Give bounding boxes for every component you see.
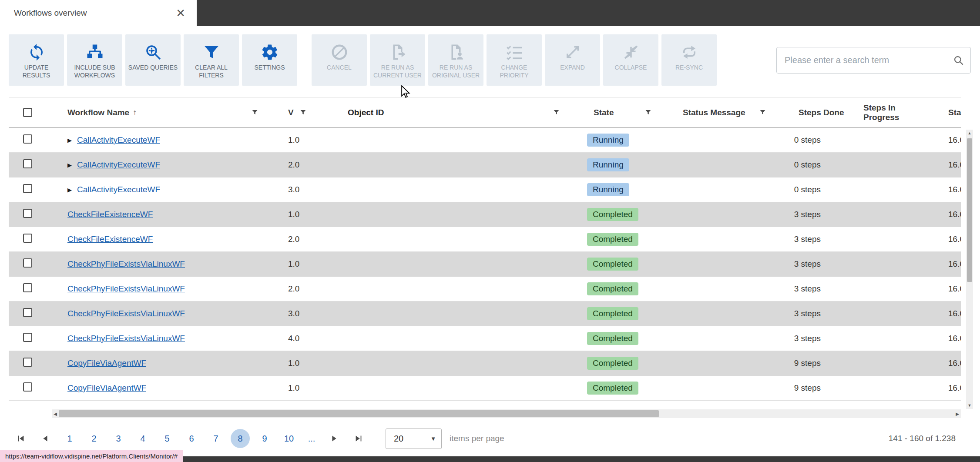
expand-row-icon[interactable]: ▶	[67, 137, 77, 144]
state-cell: Completed	[581, 332, 672, 345]
row-checkbox[interactable]	[23, 159, 32, 168]
column-header-steps-done[interactable]: Steps Done	[779, 108, 849, 117]
status-message-filter-icon[interactable]	[758, 108, 767, 117]
row-checkbox[interactable]	[23, 234, 32, 243]
start-cell: 16.02	[929, 160, 961, 170]
workflow-link[interactable]: CallActivityExecuteWF	[77, 160, 160, 170]
start-cell: 16.02	[929, 334, 961, 343]
workflow-link[interactable]: CheckPhyFileExistsViaLinuxWF	[67, 334, 185, 343]
table-row: ▶ CallActivityExecuteWF 2.0 Running 0 st…	[9, 153, 961, 177]
row-checkbox[interactable]	[23, 308, 32, 317]
toolbar-button-settings[interactable]: SETTINGS	[242, 34, 297, 86]
sort-asc-icon[interactable]: ↑	[133, 108, 137, 117]
workflow-link[interactable]: CheckPhyFileExistsViaLinuxWF	[67, 259, 185, 269]
vertical-scrollbar[interactable]: ▲ ▼	[966, 130, 973, 409]
table-row: ▶ CopyFileViaAgentWF 1.0 Completed 9 ste…	[9, 376, 961, 401]
first-page-button[interactable]	[12, 430, 30, 447]
toolbar-button-include-sub-workflows[interactable]: INCLUDE SUB WORKFLOWS	[67, 34, 122, 86]
page-button-7[interactable]: 7	[206, 429, 225, 448]
state-cell: Completed	[581, 382, 672, 395]
row-checkbox[interactable]	[23, 333, 32, 342]
steps-done-cell: 3 steps	[779, 284, 849, 294]
state-badge: Completed	[587, 282, 638, 295]
expand-row-icon[interactable]: ▶	[67, 187, 77, 193]
scroll-down-icon[interactable]: ▼	[966, 402, 973, 409]
steps-done-cell: 9 steps	[779, 358, 849, 368]
page-button-5[interactable]: 5	[158, 429, 177, 448]
previous-page-button[interactable]	[37, 430, 54, 447]
toolbar-button-label: RE RUN AS ORIGINAL USER	[428, 64, 483, 79]
workflow-link[interactable]: CheckFileExistenceWF	[67, 210, 153, 219]
column-header-workflow-name[interactable]: Workflow Name	[67, 108, 129, 117]
page-size-dropdown[interactable]: 20 ▼	[386, 429, 442, 449]
next-page-button[interactable]	[326, 430, 343, 447]
workflow-link[interactable]: CopyFileViaAgentWF	[67, 358, 146, 368]
horizontal-scrollbar[interactable]: ◀ ▶	[52, 409, 961, 418]
workflow-name-filter-icon[interactable]	[251, 108, 259, 117]
row-checkbox[interactable]	[23, 209, 32, 218]
start-cell: 16.02	[929, 234, 961, 244]
tab-workflows-overview[interactable]: Workflows overview ✕	[0, 0, 197, 26]
start-cell: 16.02	[929, 309, 961, 318]
toolbar-button-clear-all-filters[interactable]: CLEAR ALL FILTERS	[184, 34, 239, 86]
page-button-1[interactable]: 1	[60, 429, 79, 448]
version-cell: 4.0	[276, 334, 322, 343]
page-button-8[interactable]: 8	[231, 429, 250, 448]
toolbar-button-label: UPDATE RESULTS	[9, 64, 64, 79]
search-icon[interactable]	[953, 54, 964, 66]
tab-title: Workflows overview	[14, 8, 87, 18]
toolbar-button-group: UPDATE RESULTSINCLUDE SUB WORKFLOWSSAVED…	[9, 34, 720, 86]
row-checkbox[interactable]	[23, 358, 32, 367]
column-header-status-message[interactable]: Status Message	[683, 108, 745, 117]
state-badge: Completed	[587, 233, 638, 246]
select-all-checkbox[interactable]	[23, 108, 32, 117]
steps-done-cell: 0 steps	[779, 135, 849, 145]
column-header-object-id[interactable]: Object ID	[348, 108, 384, 117]
row-checkbox[interactable]	[23, 382, 32, 392]
tab-close-icon[interactable]: ✕	[176, 7, 185, 19]
workflow-link[interactable]: CheckFileExistenceWF	[67, 234, 153, 244]
version-cell: 1.0	[276, 259, 322, 269]
page-button-9[interactable]: 9	[255, 429, 274, 448]
search-input[interactable]	[785, 55, 953, 65]
collapse-icon	[622, 41, 640, 64]
workflow-link[interactable]: CheckPhyFileExistsViaLinuxWF	[67, 284, 185, 294]
column-header-version[interactable]: V	[288, 108, 294, 117]
page-button-4[interactable]: 4	[133, 429, 152, 448]
toolbar-button-label: SAVED QUERIES	[127, 64, 179, 71]
workflow-link[interactable]: CheckPhyFileExistsViaLinuxWF	[67, 309, 185, 318]
vertical-scrollbar-thumb[interactable]	[967, 138, 972, 282]
workflow-link[interactable]: CopyFileViaAgentWF	[67, 383, 146, 393]
row-checkbox[interactable]	[23, 258, 32, 268]
column-header-steps-in-progress[interactable]: Steps In Progress	[849, 103, 929, 122]
state-filter-icon[interactable]	[644, 108, 652, 117]
toolbar-button-label: INCLUDE SUB WORKFLOWS	[67, 64, 122, 79]
row-checkbox[interactable]	[23, 184, 32, 193]
expand-row-icon[interactable]: ▶	[67, 162, 77, 168]
start-cell: 16.02	[929, 135, 961, 145]
workflow-link[interactable]: CallActivityExecuteWF	[77, 135, 160, 145]
version-filter-icon[interactable]	[299, 108, 307, 117]
page-button-3[interactable]: 3	[109, 429, 128, 448]
page-button-2[interactable]: 2	[84, 429, 104, 448]
more-pages-button[interactable]: ...	[302, 429, 321, 448]
row-checkbox[interactable]	[23, 283, 32, 292]
object-id-filter-icon[interactable]	[552, 108, 560, 117]
workflow-link[interactable]: CallActivityExecuteWF	[77, 185, 160, 194]
toolbar-button-expand: EXPAND	[545, 34, 600, 86]
scroll-up-icon[interactable]: ▲	[966, 130, 973, 137]
scroll-right-icon[interactable]: ▶	[954, 409, 961, 418]
change-priority-icon	[505, 41, 524, 64]
column-header-state[interactable]: State	[594, 108, 614, 117]
horizontal-scrollbar-thumb[interactable]	[59, 410, 659, 417]
page-button-10[interactable]: 10	[279, 429, 299, 448]
toolbar-button-re-run-as-original-user: RE RUN AS ORIGINAL USER	[428, 34, 483, 86]
column-header-start[interactable]: Star	[929, 108, 961, 117]
toolbar-button-label: CHANGE PRIORITY	[487, 64, 542, 79]
toolbar-button-saved-queries[interactable]: SAVED QUERIES	[125, 34, 181, 86]
page-button-6[interactable]: 6	[182, 429, 201, 448]
row-checkbox[interactable]	[23, 134, 32, 144]
last-page-button[interactable]	[350, 430, 367, 447]
toolbar-button-update-results[interactable]: UPDATE RESULTS	[9, 34, 64, 86]
scroll-left-icon[interactable]: ◀	[52, 409, 59, 418]
